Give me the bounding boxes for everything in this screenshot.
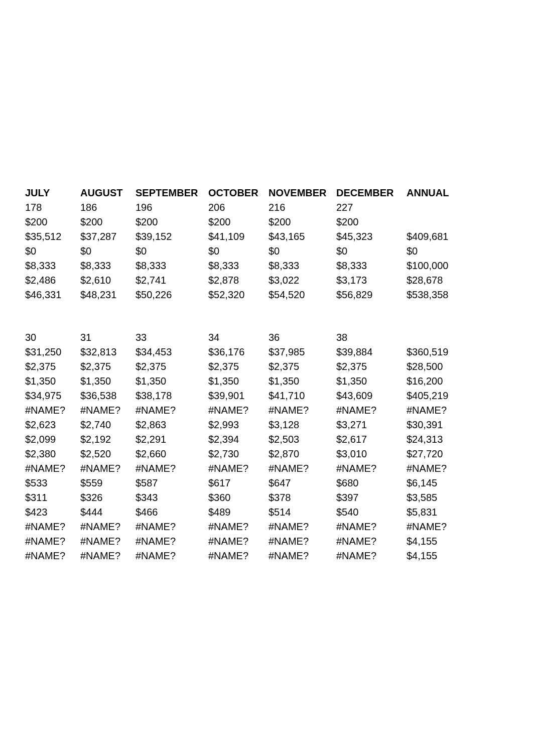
table-row: 303133343638 xyxy=(25,330,467,345)
table-row: $8,333$8,333$8,333$8,333$8,333$8,333$100… xyxy=(25,259,467,273)
cell-dec: $0 xyxy=(336,244,407,259)
cell-ann: $4,155 xyxy=(407,534,467,549)
cell-ann: $0 xyxy=(407,244,467,259)
cell-nov: $43,165 xyxy=(269,229,336,244)
cell-aug: $36,538 xyxy=(80,389,136,403)
cell-oct: $2,730 xyxy=(208,447,269,461)
cell-ann: $30,391 xyxy=(407,418,467,432)
cell-oct: $200 xyxy=(208,215,269,229)
cell-nov: $3,128 xyxy=(269,418,336,432)
cell-aug: $48,231 xyxy=(80,288,136,302)
cell-dec: $3,173 xyxy=(336,273,407,288)
cell-sep: #NAME? xyxy=(136,520,208,534)
cell-jul: 178 xyxy=(25,200,80,215)
cell-ann: #NAME? xyxy=(407,461,467,476)
cell-oct: #NAME? xyxy=(208,534,269,549)
cell-dec: #NAME? xyxy=(336,403,407,418)
cell-dec: $2,375 xyxy=(336,359,407,374)
cell-nov: $2,375 xyxy=(269,359,336,374)
cell-aug: $0 xyxy=(80,244,136,259)
cell-aug: $444 xyxy=(80,505,136,520)
cell-oct: $1,350 xyxy=(208,374,269,389)
cell-oct: $39,901 xyxy=(208,389,269,403)
cell-jul: $200 xyxy=(25,215,80,229)
cell-jul: $311 xyxy=(25,490,80,505)
cell-jul: #NAME? xyxy=(25,549,80,563)
cell-sep: $34,453 xyxy=(136,345,208,359)
cell-jul: 30 xyxy=(25,330,80,345)
cell-sep: $1,350 xyxy=(136,374,208,389)
cell-nov: #NAME? xyxy=(269,520,336,534)
cell-nov: 36 xyxy=(269,330,336,345)
cell-dec: $397 xyxy=(336,490,407,505)
cell-dec: $3,010 xyxy=(336,447,407,461)
cell-sep: $50,226 xyxy=(136,288,208,302)
cell-oct: $2,993 xyxy=(208,418,269,432)
header-november: NOVEMBER xyxy=(269,186,336,200)
cell-sep: $2,291 xyxy=(136,432,208,447)
cell-ann: $27,720 xyxy=(407,447,467,461)
cell-dec: $8,333 xyxy=(336,259,407,273)
cell-jul: $2,380 xyxy=(25,447,80,461)
cell-jul: #NAME? xyxy=(25,461,80,476)
cell-oct: $36,176 xyxy=(208,345,269,359)
cell-ann: $409,681 xyxy=(407,229,467,244)
cell-jul: $8,333 xyxy=(25,259,80,273)
cell-nov: $54,520 xyxy=(269,288,336,302)
cell-oct: #NAME? xyxy=(208,549,269,563)
cell-ann: $100,000 xyxy=(407,259,467,273)
cell-dec: #NAME? xyxy=(336,549,407,563)
cell-sep: $200 xyxy=(136,215,208,229)
cell-nov: $200 xyxy=(269,215,336,229)
cell-jul: $423 xyxy=(25,505,80,520)
cell-sep: #NAME? xyxy=(136,534,208,549)
cell-dec: $56,829 xyxy=(336,288,407,302)
header-july: JULY xyxy=(25,186,80,200)
cell-aug: #NAME? xyxy=(80,549,136,563)
table-row: $35,512$37,287$39,152$41,109$43,165$45,3… xyxy=(25,229,467,244)
cell-nov: #NAME? xyxy=(269,549,336,563)
cell-ann xyxy=(407,200,467,215)
cell-nov: 216 xyxy=(269,200,336,215)
cell-jul: $0 xyxy=(25,244,80,259)
cell-aug: #NAME? xyxy=(80,403,136,418)
cell-sep: $2,660 xyxy=(136,447,208,461)
cell-oct: $360 xyxy=(208,490,269,505)
table-row: #NAME?#NAME?#NAME?#NAME?#NAME?#NAME?#NAM… xyxy=(25,403,467,418)
table-row: $34,975$36,538$38,178$39,901$41,710$43,6… xyxy=(25,389,467,403)
table-row: $200$200$200$200$200$200 xyxy=(25,215,467,229)
cell-nov: $37,985 xyxy=(269,345,336,359)
cell-oct: $52,320 xyxy=(208,288,269,302)
cell-aug: $2,520 xyxy=(80,447,136,461)
cell-nov: #NAME? xyxy=(269,403,336,418)
cell-sep: $466 xyxy=(136,505,208,520)
spacer-cell xyxy=(25,302,467,330)
cell-nov: $0 xyxy=(269,244,336,259)
table-row: $31,250$32,813$34,453$36,176$37,985$39,8… xyxy=(25,345,467,359)
cell-aug: $37,287 xyxy=(80,229,136,244)
cell-jul: $533 xyxy=(25,476,80,490)
cell-oct: 206 xyxy=(208,200,269,215)
cell-nov: #NAME? xyxy=(269,534,336,549)
cell-ann xyxy=(407,330,467,345)
table-row: $2,099$2,192$2,291$2,394$2,503$2,617$24,… xyxy=(25,432,467,447)
cell-dec: $540 xyxy=(336,505,407,520)
cell-ann: #NAME? xyxy=(407,520,467,534)
cell-jul: $46,331 xyxy=(25,288,80,302)
cell-dec: 227 xyxy=(336,200,407,215)
cell-aug: $32,813 xyxy=(80,345,136,359)
cell-oct: $8,333 xyxy=(208,259,269,273)
table-row: #NAME?#NAME?#NAME?#NAME?#NAME?#NAME?#NAM… xyxy=(25,461,467,476)
cell-ann: $405,219 xyxy=(407,389,467,403)
table-row: 178186196206216227 xyxy=(25,200,467,215)
cell-aug: #NAME? xyxy=(80,520,136,534)
cell-jul: $31,250 xyxy=(25,345,80,359)
table-row: #NAME?#NAME?#NAME?#NAME?#NAME?#NAME?$4,1… xyxy=(25,549,467,563)
cell-jul: $2,486 xyxy=(25,273,80,288)
cell-nov: $2,870 xyxy=(269,447,336,461)
cell-sep: $343 xyxy=(136,490,208,505)
cell-oct: #NAME? xyxy=(208,403,269,418)
cell-ann xyxy=(407,215,467,229)
cell-ann: $28,678 xyxy=(407,273,467,288)
cell-oct: $0 xyxy=(208,244,269,259)
